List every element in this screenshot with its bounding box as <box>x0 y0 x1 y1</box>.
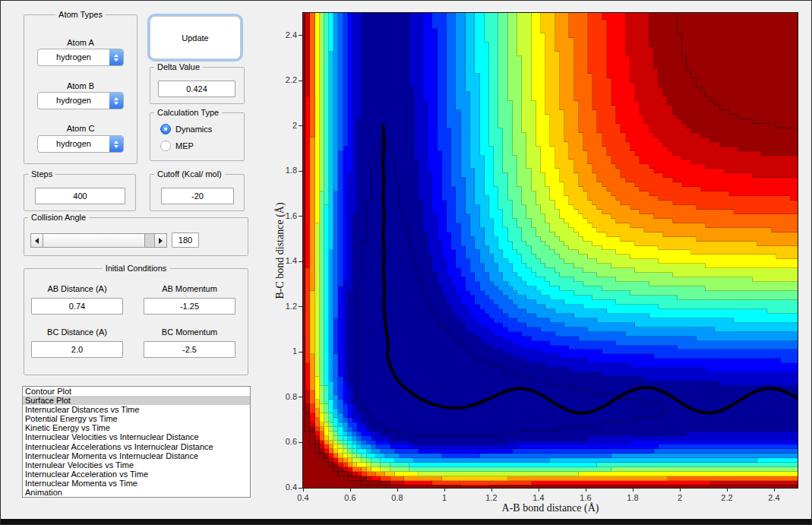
bc-momentum-input[interactable] <box>144 341 235 358</box>
plot-type-listbox: Contour PlotSurface PlotInternuclear Dis… <box>22 386 251 498</box>
cutoff-input[interactable] <box>161 188 234 204</box>
radio-selected-icon <box>160 124 171 134</box>
y-tick-mark <box>299 125 302 126</box>
panel-title: Atom Types <box>55 10 106 19</box>
panel-title: Calculation Type <box>154 108 222 117</box>
slider-track[interactable] <box>145 234 154 247</box>
atom-b-dropdown[interactable]: hydrogen <box>37 92 124 109</box>
delta-value-input[interactable] <box>158 81 235 97</box>
radio-unselected-icon <box>160 141 171 151</box>
list-item[interactable]: Animation <box>23 488 250 497</box>
y-tick-mark <box>299 35 302 36</box>
slider-right-arrow-button[interactable] <box>154 234 166 247</box>
atom-types-panel: Atom Types Atom A hydrogen Atom B hydrog… <box>24 14 137 164</box>
cutoff-panel: Cutoff (Kcal/ mol) <box>150 174 245 211</box>
slider-thumb[interactable] <box>43 234 145 247</box>
y-tick-mark <box>299 397 302 397</box>
x-tick-label: 1.8 <box>627 493 638 502</box>
x-axis-label: A-B bond distance (Å) <box>502 502 599 514</box>
y-tick-mark <box>299 261 302 262</box>
list-item[interactable]: Contour Plot <box>23 387 250 396</box>
panel-title: Delta Value <box>154 62 203 71</box>
atom-c-label: Atom C <box>24 124 137 133</box>
x-tick-mark <box>303 488 304 492</box>
x-tick-mark <box>444 488 445 492</box>
y-tick-mark <box>299 81 302 81</box>
bc-momentum-label: BC Momentum <box>144 327 235 337</box>
y-tick-mark <box>299 216 302 217</box>
collision-angle-slider[interactable] <box>30 233 167 248</box>
y-tick-label: 1 <box>271 346 297 356</box>
y-tick-label: 0.8 <box>271 392 297 401</box>
list-item[interactable]: Internuclear Momenta vs Internuclear Dis… <box>23 451 250 460</box>
atom-b-value: hydrogen <box>38 93 109 109</box>
atom-a-dropdown[interactable]: hydrogen <box>37 49 124 66</box>
y-tick-mark <box>299 442 302 443</box>
window-bottom-bar <box>1 519 811 524</box>
x-tick-mark <box>397 488 398 492</box>
arrow-left-icon <box>35 238 39 244</box>
contour-plot: A-B bond distance (Å) B-C bond distance … <box>302 12 798 489</box>
list-item[interactable]: Internuclear Acceleration vs Time <box>23 470 250 479</box>
list-item[interactable]: Internulear Velocities vs Time <box>23 460 250 470</box>
app-window: Atom Types Atom A hydrogen Atom B hydrog… <box>0 0 812 525</box>
x-tick-label: 0.4 <box>297 493 308 502</box>
x-tick-label: 0.6 <box>344 493 355 502</box>
atom-a-value: hydrogen <box>38 49 109 65</box>
slider-left-arrow-button[interactable] <box>31 234 43 247</box>
y-tick-mark <box>299 352 302 353</box>
x-tick-label: 1.4 <box>532 493 544 502</box>
y-tick-label: 2.2 <box>271 75 297 84</box>
bc-distance-input[interactable] <box>31 341 123 358</box>
bc-distance-label: BC Distance (A) <box>31 327 123 337</box>
x-tick-mark <box>633 488 633 492</box>
y-tick-label: 1.4 <box>271 256 297 265</box>
y-tick-label: 0.4 <box>271 482 297 492</box>
collision-angle-input[interactable] <box>172 232 199 248</box>
radio-mep[interactable]: MEP <box>160 140 194 152</box>
radio-label: Dynamics <box>175 125 212 134</box>
potential-surface-canvas <box>303 13 798 488</box>
y-tick-label: 1.6 <box>271 211 297 220</box>
atom-c-dropdown[interactable]: hydrogen <box>37 135 124 153</box>
y-tick-label: 2.4 <box>271 30 297 40</box>
update-button[interactable]: Update <box>150 16 241 59</box>
panel-title: Initial Conditions <box>103 264 170 273</box>
steps-panel: Steps <box>24 174 136 211</box>
list-item[interactable]: Surface Plot <box>23 396 250 405</box>
list-item[interactable]: Internuclear Distances vs Time <box>23 405 250 414</box>
delta-value-panel: Delta Value <box>150 67 245 104</box>
arrow-right-icon <box>159 238 163 244</box>
ab-momentum-label: AB Momentum <box>144 284 235 293</box>
combo-arrows-icon <box>109 136 123 152</box>
panel-title: Collision Angle <box>28 213 89 222</box>
ab-distance-input[interactable] <box>31 298 123 315</box>
initial-conditions-panel: Initial Conditions AB Distance (A) AB Mo… <box>24 268 248 375</box>
atom-a-label: Atom A <box>24 38 137 47</box>
collision-angle-panel: Collision Angle <box>24 217 248 256</box>
x-tick-label: 1 <box>442 493 447 502</box>
atom-c-value: hydrogen <box>38 136 109 152</box>
list-item[interactable]: Kinetic Energy vs Time <box>23 423 250 432</box>
y-tick-label: 1.8 <box>271 166 297 175</box>
x-tick-mark <box>680 488 681 492</box>
list-item[interactable]: Internuclear Momenta vs Time <box>23 479 250 488</box>
x-tick-label: 2.4 <box>768 493 779 502</box>
x-tick-label: 2.2 <box>721 493 732 502</box>
y-tick-mark <box>299 488 302 489</box>
radio-dynamics[interactable]: Dynamics <box>160 123 212 135</box>
list-item[interactable]: Potential Energy vs Time <box>23 414 250 423</box>
list-item[interactable]: Internuclear Velocities vs Internuclear … <box>23 432 250 441</box>
ab-distance-label: AB Distance (A) <box>31 284 123 293</box>
atom-b-label: Atom B <box>24 81 137 90</box>
ab-momentum-input[interactable] <box>144 298 235 315</box>
x-tick-mark <box>727 488 728 492</box>
steps-input[interactable] <box>35 188 125 204</box>
panel-title: Cutoff (Kcal/ mol) <box>154 169 225 179</box>
x-tick-mark <box>350 488 351 492</box>
list-item[interactable]: Internuclear Accelerations vs Internucle… <box>23 442 250 451</box>
x-tick-label: 1.2 <box>485 493 497 502</box>
combo-arrows-icon <box>109 49 123 65</box>
calculation-type-panel: Calculation Type Dynamics MEP <box>150 112 245 161</box>
y-tick-label: 2 <box>271 121 297 130</box>
